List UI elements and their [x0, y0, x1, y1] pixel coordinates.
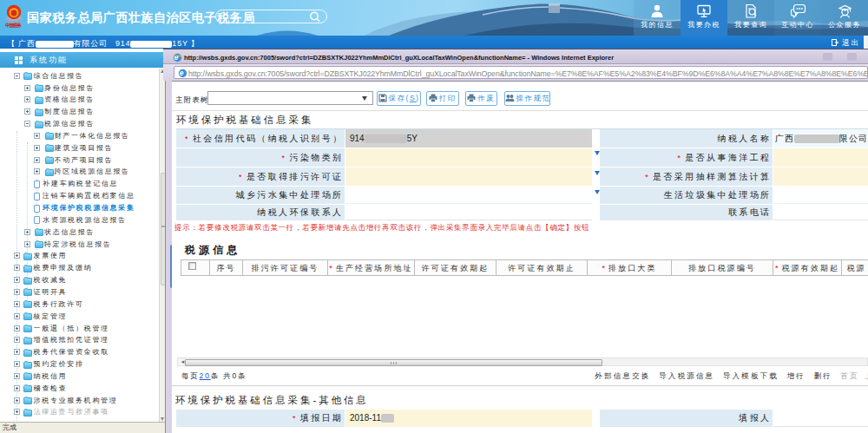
svg-text:e: e: [180, 69, 184, 77]
svg-text:e: e: [174, 53, 179, 62]
svg-text:中国税务: 中国税务: [5, 23, 23, 29]
